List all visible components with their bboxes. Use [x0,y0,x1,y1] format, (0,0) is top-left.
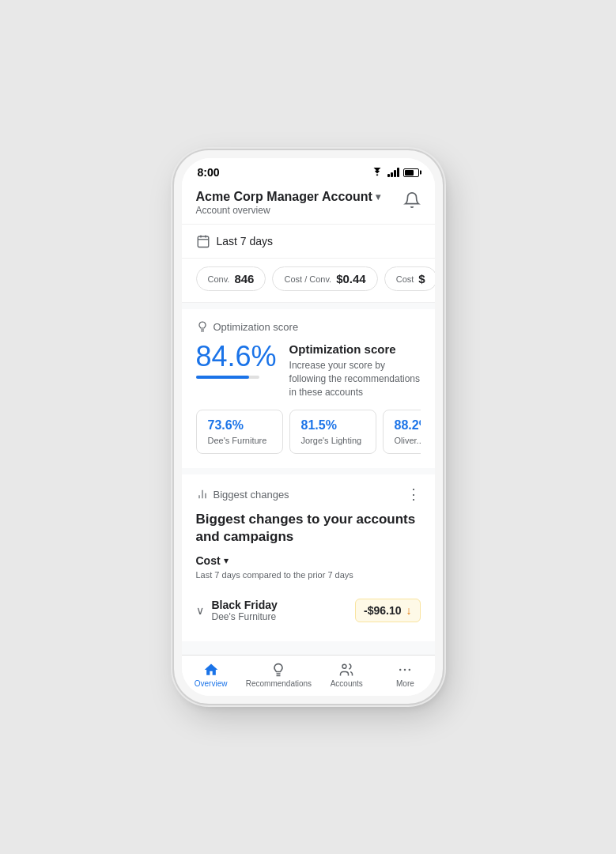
bottom-nav: Overview Recommendations Accounts [182,655,435,696]
svg-point-11 [404,669,406,671]
metric-conv-label: Conv. [208,274,230,284]
sub-account-card-1[interactable]: 81.5% Jorge's Lighting [289,410,376,454]
sub-account-card-2[interactable]: 88.2% Oliver... [383,410,421,454]
nav-item-accounts[interactable]: Accounts [323,662,370,688]
sub-account-name-0: Dee's Furniture [208,436,271,445]
optimization-score-number: 84.6% [196,342,277,371]
metric-cost-value: $ [418,272,425,285]
sub-account-score-0: 73.6% [208,418,271,433]
optimization-score-left: 84.6% [196,342,277,379]
dropdown-arrow-icon[interactable]: ▾ [376,191,380,202]
status-icons [371,168,419,177]
metric-conv-value: 846 [234,272,254,285]
cost-filter-label: Cost [196,554,221,567]
comparison-text: Last 7 days compared to the prior 7 days [196,570,421,580]
optimization-section-header: Optimization score [196,320,421,333]
change-item-0[interactable]: ∨ Black Friday Dee's Furniture -$96.10 ↓ [196,591,421,630]
nav-item-recommendations[interactable]: Recommendations [246,662,312,688]
change-item-name-0: Black Friday [212,599,278,611]
bulb-nav-icon [270,662,286,678]
change-item-info-0: Black Friday Dee's Furniture [212,599,278,622]
sub-account-score-1: 81.5% [301,418,365,433]
accounts-icon [338,662,354,678]
phone-screen: 8:00 [182,158,435,696]
battery-icon [403,168,419,177]
svg-point-10 [399,669,402,671]
nav-item-more[interactable]: More [381,662,429,688]
bell-icon[interactable] [403,191,421,209]
metric-chip-cost[interactable]: Cost $ [384,266,435,291]
app-header: Acme Corp Manager Account ▾ Account over… [182,183,435,225]
optimization-score-bar [196,376,250,379]
changes-heading: Biggest changes to your accounts and cam… [196,511,421,546]
signal-icon [387,168,399,177]
change-badge-value-0: -$96.10 [364,604,401,617]
wifi-icon [371,168,384,177]
nav-label-recommendations: Recommendations [246,679,312,688]
sub-accounts-list: 73.6% Dee's Furniture 81.5% Jorge's Ligh… [196,410,421,454]
more-nav-icon [397,662,413,678]
calendar-icon [196,234,210,248]
cost-filter[interactable]: Cost ▾ [196,554,421,567]
metric-cost-conv-label: Cost / Conv. [284,274,331,284]
sub-account-card-0[interactable]: 73.6% Dee's Furniture [196,410,283,454]
status-bar: 8:00 [182,158,435,183]
change-badge-arrow-icon: ↓ [406,604,412,617]
svg-point-12 [409,669,411,671]
header-title[interactable]: Acme Corp Manager Account ▾ [196,190,380,204]
nav-label-more: More [396,679,414,688]
phone-frame: 8:00 [174,150,443,704]
optimization-score-info: Optimization score Increase your score b… [289,342,421,399]
sub-account-name-1: Jorge's Lighting [301,436,365,445]
header-subtitle: Account overview [196,205,380,216]
optimization-score-bar-wrap [196,376,259,379]
bar-chart-icon [196,488,209,501]
optimization-score-desc: Increase your score by following the rec… [289,359,421,399]
sub-account-name-2: Oliver... [395,436,421,445]
nav-item-overview[interactable]: Overview [187,662,235,688]
metrics-row: Conv. 846 Cost / Conv. $0.44 Cost $ [182,259,435,303]
changes-section-title: Biggest changes [214,489,289,501]
status-time: 8:00 [198,166,220,179]
date-filter[interactable]: Last 7 days [182,225,435,259]
change-item-sub-0: Dee's Furniture [212,611,278,622]
account-name: Acme Corp Manager Account [196,190,372,204]
header-left: Acme Corp Manager Account ▾ Account over… [196,190,380,216]
biggest-changes-section: Biggest changes ⋮ Biggest changes to you… [182,474,435,640]
optimization-section-title: Optimization score [214,321,299,333]
changes-header: Biggest changes ⋮ [196,486,421,503]
more-options-icon[interactable]: ⋮ [406,486,421,503]
change-badge-0: -$96.10 ↓ [355,599,420,622]
svg-point-9 [342,664,346,668]
metric-chip-cost-conv[interactable]: Cost / Conv. $0.44 [272,266,377,291]
svg-rect-0 [198,236,209,248]
optimization-score-main: 84.6% Optimization score Increase your s… [196,342,421,399]
metric-chip-conv[interactable]: Conv. 846 [196,266,266,291]
expand-icon[interactable]: ∨ [196,604,204,617]
metric-cost-conv-value: $0.44 [336,272,366,285]
optimization-score-title: Optimization score [289,342,421,356]
date-label: Last 7 days [217,235,274,248]
optimization-section: Optimization score 84.6% Optimization sc… [182,309,435,468]
metric-cost-label: Cost [396,274,414,284]
sub-account-score-2: 88.2% [395,418,421,433]
changes-header-left: Biggest changes [196,488,289,501]
change-item-left-0: ∨ Black Friday Dee's Furniture [196,599,278,622]
nav-label-accounts: Accounts [331,679,363,688]
nav-label-overview: Overview [195,679,228,688]
main-content: Last 7 days Conv. 846 Cost / Conv. $0.44… [182,225,435,655]
home-icon [203,662,219,678]
lightbulb-icon [196,320,209,333]
cost-filter-arrow-icon: ▾ [224,555,229,566]
